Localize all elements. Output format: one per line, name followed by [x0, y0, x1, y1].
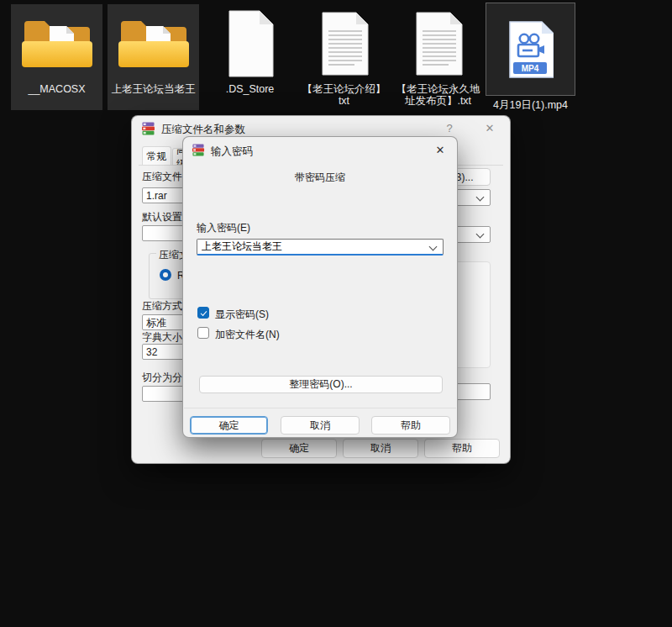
blank-document-icon — [226, 9, 275, 78]
dialog-title: 压缩文件名和参数 — [161, 123, 245, 137]
help-button[interactable]: 帮助 — [424, 439, 500, 458]
video-mp4-icon — [507, 20, 554, 79]
show-password-checkbox[interactable] — [197, 307, 209, 319]
winrar-icon — [192, 144, 205, 156]
desktop: __MACOSX 上老王论坛当老王 .DS_Store 【老王论坛介绍】 txt… — [0, 0, 672, 627]
text-document-icon — [319, 11, 370, 76]
password-heading: 带密码压缩 — [183, 171, 457, 185]
password-input[interactable] — [197, 241, 424, 253]
file-tile[interactable]: 上老王论坛当老王 — [108, 4, 199, 110]
file-name-line2: txt — [298, 95, 390, 107]
close-icon[interactable]: ✕ — [481, 120, 498, 137]
file-tile-selected[interactable] — [486, 3, 575, 96]
check-icon — [200, 309, 207, 316]
profiles-label: 默认设置 — [142, 210, 182, 224]
folder-icon — [22, 16, 92, 71]
file-name-line1: 【老王论坛永久地 — [392, 83, 484, 95]
file-name-line2: 址发布页】.txt — [392, 95, 484, 107]
password-dialog-titlebar[interactable]: 输入密码 ✕ — [183, 137, 457, 162]
cancel-button[interactable]: 取消 — [281, 416, 360, 435]
help-titlebar-button[interactable]: ? — [441, 120, 458, 137]
folder-icon — [118, 16, 189, 71]
show-password-label: 显示密码(S) — [215, 308, 269, 322]
chevron-down-icon — [476, 230, 485, 239]
dictionary-size-label: 字典大小 — [142, 330, 182, 345]
winrar-icon — [141, 122, 155, 135]
chevron-down-icon — [476, 193, 485, 202]
password-dialog: 输入密码 ✕ 带密码压缩 输入密码(E) 显示密码(S) 加密文件名(N) 整理… — [182, 136, 458, 438]
compression-method-label: 压缩方式 — [142, 299, 182, 314]
tab-general[interactable]: 常规 — [142, 146, 171, 166]
help-button[interactable]: 帮助 — [371, 416, 450, 435]
file-name-line1: 【老王论坛介绍】 — [298, 83, 390, 95]
file-tile[interactable]: __MACOSX — [11, 4, 102, 110]
ok-button[interactable]: 确定 — [261, 439, 337, 458]
file-name: .DS_Store — [204, 83, 296, 95]
dialog-title: 输入密码 — [211, 145, 253, 159]
file-tile[interactable]: .DS_Store — [204, 4, 296, 110]
file-tile[interactable]: 【老王论坛介绍】 txt — [298, 4, 390, 122]
close-icon[interactable]: ✕ — [432, 142, 449, 159]
ok-button[interactable]: 确定 — [190, 416, 268, 435]
enter-password-label: 输入密码(E) — [197, 221, 250, 235]
file-name: 4月19日(1).mp4 — [475, 98, 585, 113]
encrypt-filenames-checkbox[interactable] — [197, 327, 209, 339]
file-tile[interactable]: 【老王论坛永久地 址发布页】.txt — [392, 4, 484, 122]
encrypt-filenames-label: 加密文件名(N) — [215, 328, 280, 342]
cancel-button[interactable]: 取消 — [343, 439, 418, 458]
format-rar-radio[interactable] — [160, 269, 171, 281]
chevron-down-icon — [429, 242, 438, 250]
text-document-icon — [413, 11, 464, 76]
file-name: 上老王论坛当老王 — [108, 83, 199, 95]
organize-passwords-button[interactable]: 整理密码(O)... — [199, 376, 443, 393]
password-combobox[interactable] — [197, 239, 444, 256]
footer-divider — [184, 408, 456, 408]
file-name: __MACOSX — [11, 83, 102, 95]
